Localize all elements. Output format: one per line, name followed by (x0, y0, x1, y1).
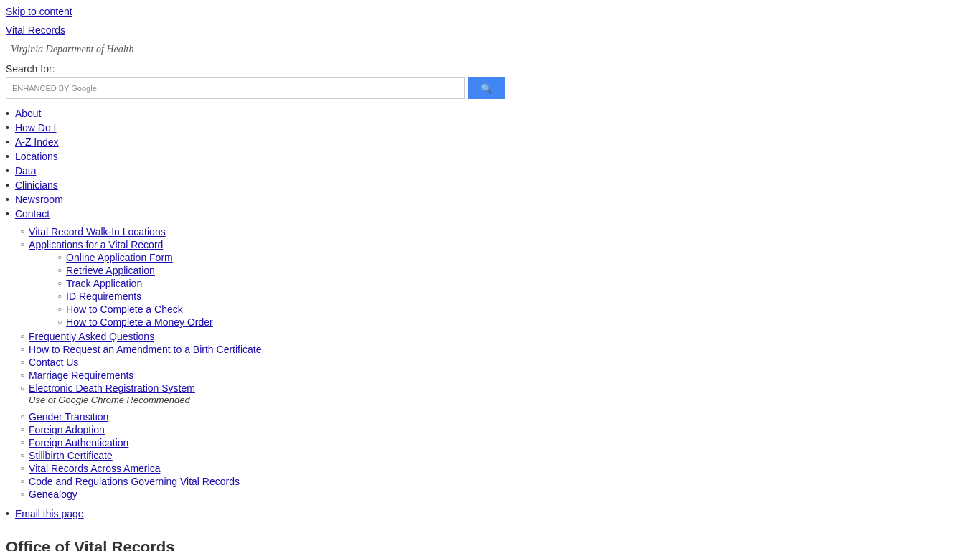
search-icon: 🔍 (481, 83, 492, 94)
bullet: • (6, 151, 9, 162)
list-item: Genealogy (20, 488, 974, 501)
site-logo: Virginia Department of Health (6, 39, 974, 60)
gender-transition-link[interactable]: Gender Transition (29, 411, 108, 423)
search-powered-label: ENHANCED BY Google (12, 84, 97, 93)
how-complete-check-link[interactable]: How to Complete a Check (66, 303, 183, 315)
contact-us-link[interactable]: Contact Us (29, 357, 78, 368)
list-item: Contact Us (20, 356, 974, 369)
id-requirements-link[interactable]: ID Requirements (66, 291, 141, 302)
vital-records-link[interactable]: Vital Records (6, 24, 65, 36)
nav-locations[interactable]: Locations (15, 151, 58, 162)
submenu-bottom-list: Gender Transition Foreign Adoption Forei… (6, 410, 974, 501)
email-list: Email this page (6, 504, 974, 524)
online-application-form-link[interactable]: Online Application Form (66, 252, 173, 263)
bullet: • (6, 136, 9, 148)
track-application-link[interactable]: Track Application (66, 278, 142, 289)
list-item: Electronic Death Registration System Use… (20, 382, 974, 406)
amendment-birth-cert-link[interactable]: How to Request an Amendment to a Birth C… (29, 344, 262, 355)
edrs-link[interactable]: Electronic Death Registration System (29, 382, 195, 394)
search-button[interactable]: 🔍 (468, 77, 505, 99)
code-regulations-link[interactable]: Code and Regulations Governing Vital Rec… (29, 476, 240, 487)
page-title: Office of Vital Records (6, 529, 974, 551)
foreign-adoption-link[interactable]: Foreign Adoption (29, 424, 105, 435)
search-section: Search for: ENHANCED BY Google 🔍 (6, 60, 974, 103)
list-item: Frequently Asked Questions (20, 330, 974, 343)
bullet: • (6, 194, 9, 205)
foreign-authentication-link[interactable]: Foreign Authentication (29, 437, 128, 448)
nav-newsroom[interactable]: Newsroom (15, 194, 63, 205)
list-item: Retrieve Application (57, 264, 213, 277)
list-item: Foreign Authentication (20, 436, 974, 449)
genealogy-link[interactable]: Genealogy (29, 489, 77, 500)
search-label: Search for: (6, 63, 974, 75)
list-item: Gender Transition (20, 410, 974, 423)
list-item: ID Requirements (57, 290, 213, 303)
list-item: Stillbirth Certificate (20, 449, 974, 462)
logo-image: Virginia Department of Health (6, 42, 138, 57)
nav-clinicians[interactable]: Clinicians (15, 179, 58, 191)
how-complete-money-order-link[interactable]: How to Complete a Money Order (66, 316, 213, 328)
vital-record-walkin-link[interactable]: Vital Record Walk-In Locations (29, 226, 166, 237)
search-input-wrapper: ENHANCED BY Google (6, 77, 465, 99)
list-item: How to Request an Amendment to a Birth C… (20, 343, 974, 356)
nav-az-index[interactable]: A-Z Index (15, 136, 59, 148)
submenu-top-list: Vital Record Walk-In Locations Applicati… (6, 225, 974, 406)
bullet: • (6, 108, 9, 119)
search-input[interactable] (101, 83, 458, 94)
list-item: Track Application (57, 277, 213, 290)
nav-contact[interactable]: Contact (15, 208, 50, 220)
vital-records-across-america-link[interactable]: Vital Records Across America (29, 463, 160, 474)
list-item: Applications for a Vital Record Online A… (20, 238, 974, 330)
nav-about[interactable]: About (15, 108, 42, 119)
faq-link[interactable]: Frequently Asked Questions (29, 331, 154, 342)
list-item: Code and Regulations Governing Vital Rec… (20, 475, 974, 488)
main-nav: • About • How Do I • A-Z Index • Locatio… (6, 103, 974, 224)
bullet: • (6, 165, 9, 176)
skip-to-content-link[interactable]: Skip to content (6, 6, 72, 17)
bullet: • (6, 208, 9, 220)
email-page-link[interactable]: Email this page (15, 508, 84, 519)
list-item: Foreign Adoption (20, 423, 974, 436)
list-item: How to Complete a Check (57, 303, 213, 316)
list-item: How to Complete a Money Order (57, 316, 213, 329)
list-item: Marriage Requirements (20, 369, 974, 382)
list-item: Vital Records Across America (20, 462, 974, 475)
retrieve-application-link[interactable]: Retrieve Application (66, 265, 155, 276)
submenu-section: Vital Record Walk-In Locations Applicati… (6, 225, 974, 524)
stillbirth-certificate-link[interactable]: Stillbirth Certificate (29, 450, 113, 461)
nav-how-do-i[interactable]: How Do I (15, 122, 57, 133)
applications-sublist: Online Application Form Retrieve Applica… (29, 251, 213, 329)
chrome-note: Use of Google Chrome Recommended (29, 395, 190, 405)
email-list-item: Email this page (6, 507, 974, 521)
marriage-requirements-link[interactable]: Marriage Requirements (29, 369, 133, 381)
list-item: Vital Record Walk-In Locations (20, 225, 974, 238)
bullet: • (6, 179, 9, 191)
content-area: Office of Vital Records (6, 524, 974, 551)
bullet: • (6, 122, 9, 133)
applications-vital-record-link[interactable]: Applications for a Vital Record (29, 239, 163, 250)
list-item: Online Application Form (57, 251, 213, 264)
nav-data[interactable]: Data (15, 165, 37, 176)
